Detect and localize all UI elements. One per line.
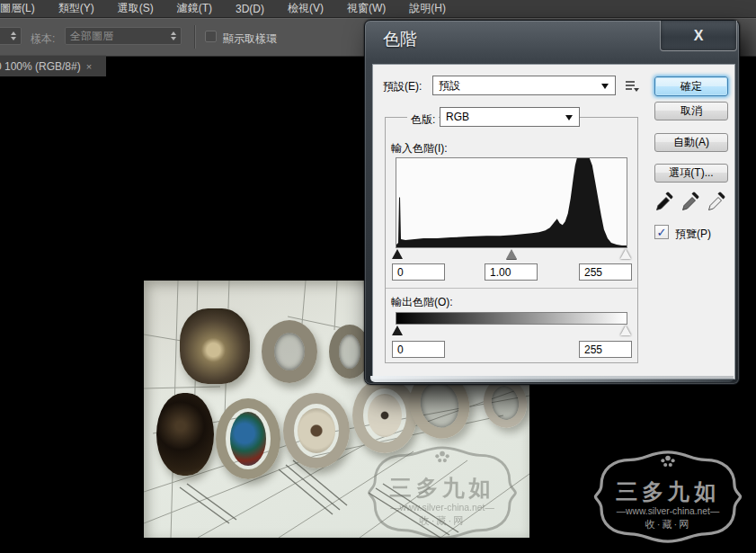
ring-barrel-dome [180,308,250,384]
channel-label: 色版: [407,112,439,128]
input-black-field[interactable]: 0 [392,263,445,281]
output-black-field[interactable]: 0 [392,341,445,358]
channel-dropdown-value: RGB [446,111,469,123]
watermark-title: 三多九如 [616,479,720,504]
preset-dropdown-value: 預設 [439,78,460,94]
eyedropper-toolbar [654,191,732,214]
watermark-url: —www.silver-china.net— [617,506,720,516]
stepper-icon [11,31,16,40]
photoshop-screen: 圖層(L) 類型(Y) 選取(S) 濾鏡(T) 3D(D) 檢視(V) 視窗(W… [0,0,756,553]
sample-label: 樣本: [31,31,55,47]
preview-label: 預覽(P) [675,227,711,242]
input-midtone-slider[interactable] [506,249,517,259]
preset-label: 預設(E): [383,79,422,94]
menu-window[interactable]: 視窗(W) [335,1,397,16]
ring-openwork [262,320,317,383]
menu-bar: 圖層(L) 類型(Y) 選取(S) 濾鏡(T) 3D(D) 檢視(V) 視窗(W… [0,0,756,18]
cancel-button[interactable]: 取消 [654,102,728,120]
output-black-slider[interactable] [392,326,403,335]
preview-checkbox[interactable]: ✓ [654,225,669,239]
output-white-slider[interactable] [620,326,631,335]
white-point-eyedropper-icon[interactable] [707,191,726,212]
document-tab-label: 0 100% (RGB/8#) [0,60,81,73]
chevron-down-icon [565,115,573,120]
ok-button[interactable]: 確定 [654,76,728,96]
watermark-logo-photo: 三多九如 —www.silver-china.net— 收·藏·网 [361,442,523,538]
options-separator [194,25,195,49]
channel-dropdown[interactable]: RGB [440,107,580,127]
watermark-title: 三多九如 [389,476,494,500]
preset-dropdown[interactable]: 預設 [432,76,616,95]
menu-layer[interactable]: 圖層(L) [0,1,47,16]
input-white-slider[interactable] [620,249,631,259]
watermark-url: —www.silver-china.net— [390,503,494,513]
document-tab-close-icon[interactable]: × [86,61,92,72]
gray-point-eyedropper-icon[interactable] [680,191,700,212]
menu-select[interactable]: 選取(S) [106,1,165,16]
knot-icon [435,451,449,463]
input-white-field[interactable]: 255 [579,263,632,281]
dialog-title[interactable]: 色階 [383,28,417,51]
dialog-close-button[interactable]: X [660,21,737,51]
chevron-down-icon [601,84,609,89]
input-histogram [396,157,627,248]
close-icon: X [694,28,704,44]
watermark-subtitle: 收·藏·网 [645,519,691,530]
stepper-icon [171,31,176,40]
show-sampling-ring-label: 顯示取樣環 [223,31,277,47]
sample-dropdown-value: 全部圖層 [70,29,113,44]
show-sampling-ring-checkbox[interactable] [205,31,217,42]
menu-filter[interactable]: 濾鏡(T) [165,1,224,16]
ring-dark-shield [156,393,214,476]
ring-flower-face [283,393,350,468]
menu-help[interactable]: 說明(H) [397,1,458,16]
watermark-subtitle: 收·藏·网 [419,515,465,526]
auto-button[interactable]: 自動(A) [654,133,728,152]
knot-icon [661,456,674,467]
output-white-field[interactable]: 255 [579,341,632,358]
watermark-logo-canvas: 三多九如 —www.silver-china.net— 收·藏·网 [588,447,748,549]
section-divider [386,288,637,289]
black-point-eyedropper-icon[interactable] [654,191,674,212]
output-gradient-bar [396,312,627,325]
ring-enamel-face [216,398,280,479]
preset-options-menu-icon[interactable] [624,79,640,93]
options-button[interactable]: 選項(T)... [654,164,728,183]
levels-dialog: 色階 X 預設(E): 預設 確定 取消 自動(A) 選項(T)... [364,20,740,385]
input-black-slider[interactable] [392,249,403,259]
menu-view[interactable]: 檢視(V) [276,1,335,16]
dialog-body: 預設(E): 預設 確定 取消 自動(A) 選項(T)... [372,64,735,379]
input-gamma-field[interactable]: 1.00 [485,263,538,281]
check-icon: ✓ [657,226,667,239]
sample-dropdown[interactable]: 全部圖層 [65,27,182,45]
input-levels-label: 輸入色階(I): [391,141,448,156]
output-levels-label: 輸出色階(O): [391,295,453,310]
menu-3d[interactable]: 3D(D) [224,3,276,15]
size-combo-clipped[interactable] [0,27,22,45]
document-tab[interactable]: 0 100% (RGB/8#) × [0,55,106,76]
menu-list: 圖層(L) 類型(Y) 選取(S) 濾鏡(T) 3D(D) 檢視(V) 視窗(W… [0,0,756,17]
menu-type[interactable]: 類型(Y) [47,1,106,16]
